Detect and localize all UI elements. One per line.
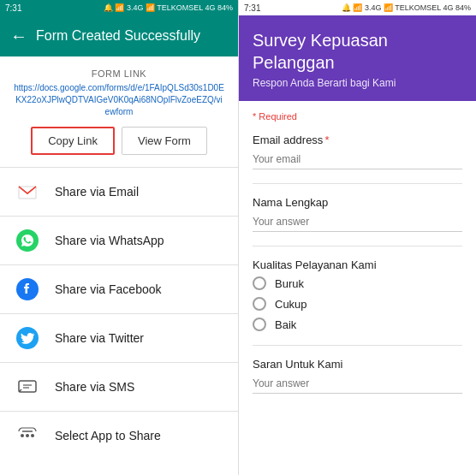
svg-point-10 — [31, 434, 34, 437]
share-facebook-label: Share via Facebook — [55, 282, 162, 296]
svg-point-8 — [21, 434, 24, 437]
radio-cukup[interactable]: Cukup — [253, 297, 462, 311]
time-left: 7:31 — [5, 3, 21, 13]
form-subtitle: Respon Anda Berarti bagi Kami — [253, 77, 462, 89]
share-item-sms[interactable]: Share via SMS — [0, 363, 238, 411]
signal-left: 🔔 📶 3.4G 📶 TELKOMSEL 4G 84% — [104, 3, 233, 12]
radio-circle-buruk — [253, 276, 266, 290]
form-title: Survey KepuasanPelanggan — [253, 29, 462, 74]
form-body: * Required Email address * Nama Lengkap … — [239, 101, 476, 475]
action-buttons: Copy Link View Form — [14, 127, 224, 155]
share-sms-label: Share via SMS — [55, 380, 134, 394]
kualitas-label: Kualitas Pelayanan Kami — [253, 258, 462, 271]
twitter-icon — [14, 324, 41, 352]
share-whatsapp-label: Share via WhatsApp — [55, 234, 164, 247]
copy-link-button[interactable]: Copy Link — [31, 127, 115, 155]
email-label: Email address * — [253, 134, 462, 146]
form-link-label: FORM LINK — [14, 68, 224, 79]
form-link-section: FORM LINK https://docs.google.com/forms/… — [0, 56, 238, 167]
share-item-gmail[interactable]: Share via Email — [0, 168, 238, 216]
share-item-twitter[interactable]: Share via Twitter — [0, 314, 238, 362]
right-panel: 7:31 🔔 📶 3.4G 📶 TELKOMSEL 4G 84% Survey … — [238, 0, 476, 475]
form-header: Survey KepuasanPelanggan Respon Anda Ber… — [239, 15, 476, 101]
signal-right: 🔔 📶 3.4G 📶 TELKOMSEL 4G 84% — [342, 3, 471, 12]
header-left: ← Form Created Successfully — [0, 15, 238, 56]
field-divider-1 — [253, 183, 462, 184]
email-field: Email address * — [253, 134, 462, 169]
gmail-icon — [14, 178, 41, 205]
saran-input[interactable] — [253, 374, 462, 394]
field-divider-2 — [253, 246, 462, 246]
share-item-more[interactable]: Select App to Share — [0, 412, 238, 460]
saran-field: Saran Untuk Kami — [253, 358, 462, 394]
radio-label-baik: Baik — [275, 318, 296, 331]
status-bar-right: 7:31 🔔 📶 3.4G 📶 TELKOMSEL 4G 84% — [239, 0, 476, 15]
left-panel: 7:31 🔔 📶 3.4G 📶 TELKOMSEL 4G 84% ← Form … — [0, 0, 238, 475]
sms-icon — [14, 373, 41, 401]
required-notice: * Required — [253, 111, 462, 122]
form-link-url: https://docs.google.com/forms/d/e/1FAIpQ… — [14, 82, 224, 118]
email-input[interactable] — [253, 150, 462, 169]
share-more-icon — [14, 422, 41, 449]
time-right: 7:31 — [244, 3, 260, 13]
back-icon[interactable]: ← — [10, 27, 27, 46]
field-divider-3 — [253, 345, 462, 346]
radio-buruk[interactable]: Buruk — [253, 276, 462, 290]
nama-field: Nama Lengkap — [253, 196, 462, 232]
share-item-facebook[interactable]: Share via Facebook — [0, 265, 238, 313]
radio-label-cukup: Cukup — [275, 298, 307, 311]
kualitas-radio-group: Buruk Cukup Baik — [253, 276, 462, 331]
share-more-label: Select App to Share — [55, 429, 161, 442]
share-email-label: Share via Email — [55, 185, 139, 199]
nama-input[interactable] — [253, 212, 462, 232]
share-item-whatsapp[interactable]: Share via WhatsApp — [0, 217, 238, 264]
view-form-button[interactable]: View Form — [122, 127, 207, 155]
svg-point-9 — [26, 434, 29, 437]
status-bar-left: 7:31 🔔 📶 3.4G 📶 TELKOMSEL 4G 84% — [0, 0, 238, 15]
radio-baik[interactable]: Baik — [253, 318, 462, 331]
facebook-icon — [14, 276, 41, 303]
email-required-star: * — [324, 134, 329, 146]
radio-label-buruk: Buruk — [275, 277, 304, 290]
kualitas-field: Kualitas Pelayanan Kami Buruk Cukup Baik — [253, 258, 462, 331]
whatsapp-icon — [14, 227, 41, 254]
saran-label: Saran Untuk Kami — [253, 358, 462, 371]
radio-circle-cukup — [253, 297, 266, 311]
nama-label: Nama Lengkap — [253, 196, 462, 209]
page-title: Form Created Successfully — [36, 28, 200, 44]
share-twitter-label: Share via Twitter — [55, 331, 144, 345]
radio-circle-baik — [253, 318, 266, 331]
